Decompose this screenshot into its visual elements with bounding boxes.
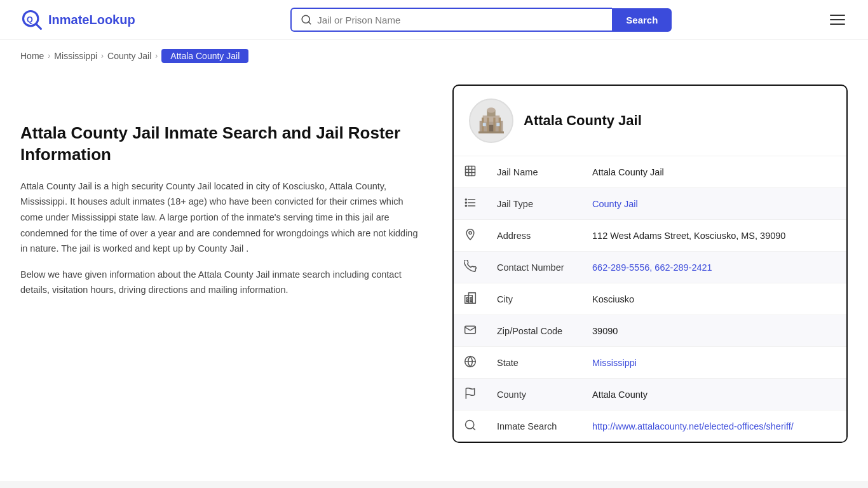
table-row: Zip/Postal Code39090: [454, 315, 846, 347]
svg-line-37: [473, 428, 475, 430]
jail-card-header: Attala County Jail: [454, 86, 846, 156]
search-button[interactable]: Search: [612, 8, 672, 32]
jail-building-icon: [475, 105, 507, 137]
description-paragraph-2: Below we have given information about th…: [20, 267, 427, 298]
row-label: County: [487, 379, 582, 410]
svg-rect-18: [466, 166, 475, 176]
row-label: Contact Number: [487, 252, 582, 283]
row-value: Attala County Jail: [582, 156, 846, 188]
row-label: Jail Type: [487, 188, 582, 220]
breadcrumb-sep-1: ›: [48, 51, 50, 60]
row-value[interactable]: County Jail: [582, 188, 846, 220]
row-icon-building: [454, 156, 487, 188]
menu-button[interactable]: [827, 12, 848, 27]
svg-line-4: [309, 22, 311, 24]
svg-rect-28: [466, 297, 468, 299]
menu-line-2: [830, 19, 845, 20]
description-paragraph-1: Attala County Jail is a high security Co…: [20, 179, 427, 257]
svg-text:Q: Q: [27, 15, 33, 24]
row-icon-phone: [454, 252, 487, 283]
page-title: Attala County Jail Inmate Search and Jai…: [20, 123, 427, 166]
footer: [0, 481, 868, 488]
breadcrumb-county-jail[interactable]: County Jail: [107, 51, 151, 61]
breadcrumb-home[interactable]: Home: [20, 51, 44, 61]
main-content: Attala County Jail Inmate Search and Jai…: [0, 72, 868, 468]
search-input[interactable]: [317, 15, 603, 25]
breadcrumb-sep-3: ›: [155, 51, 158, 60]
search-input-wrapper: [290, 8, 612, 32]
svg-point-23: [465, 202, 466, 203]
row-icon-search: [454, 410, 487, 442]
row-icon-pin: [454, 220, 487, 252]
svg-rect-10: [487, 118, 489, 132]
table-row: Inmate Searchhttp://www.attalacounty.net…: [454, 410, 846, 442]
table-row: StateMississippi: [454, 347, 846, 379]
jail-card: Attala County Jail Jail NameAttala Count…: [452, 85, 848, 443]
row-label: Zip/Postal Code: [487, 315, 582, 347]
table-row: Contact Number662-289-5556, 662-289-2421: [454, 252, 846, 283]
row-value[interactable]: Mississippi: [582, 347, 846, 379]
row-value: 112 West Adams Street, Kosciusko, MS, 39…: [582, 220, 846, 252]
svg-rect-29: [470, 297, 472, 299]
jail-card-title: Attala County Jail: [524, 112, 642, 129]
table-row: CountyAttala County: [454, 379, 846, 410]
table-row: CityKosciusko: [454, 283, 846, 315]
row-icon-list: [454, 188, 487, 220]
row-label: State: [487, 347, 582, 379]
site-header: Q InmateLookup Search: [0, 0, 868, 40]
jail-info-table: Jail NameAttala County JailJail TypeCoun…: [454, 156, 846, 442]
svg-line-1: [36, 24, 41, 29]
logo-text: InmateLookup: [48, 13, 135, 27]
logo-icon: Q: [20, 8, 43, 31]
svg-point-22: [465, 199, 466, 200]
svg-point-25: [469, 231, 471, 234]
row-value: Kosciusko: [582, 283, 846, 315]
svg-rect-31: [466, 300, 468, 302]
left-column: Attala County Jail Inmate Search and Jai…: [20, 85, 427, 443]
row-value[interactable]: 662-289-5556, 662-289-2421: [582, 252, 846, 283]
site-logo[interactable]: Q InmateLookup: [20, 8, 135, 31]
row-label: City: [487, 283, 582, 315]
breadcrumb-mississippi[interactable]: Mississippi: [54, 51, 97, 61]
svg-rect-14: [483, 123, 486, 126]
row-value: 39090: [582, 315, 846, 347]
table-row: Jail TypeCounty Jail: [454, 188, 846, 220]
svg-point-17: [487, 107, 495, 112]
row-icon-mail: [454, 315, 487, 347]
svg-rect-30: [470, 300, 472, 302]
row-icon-city: [454, 283, 487, 315]
menu-line-3: [830, 24, 845, 25]
breadcrumb-current: Attala County Jail: [161, 49, 248, 63]
svg-rect-13: [489, 125, 494, 133]
menu-line-1: [830, 15, 845, 16]
breadcrumb-sep-2: ›: [101, 51, 104, 60]
row-label: Address: [487, 220, 582, 252]
right-column: Attala County Jail Jail NameAttala Count…: [452, 85, 848, 443]
search-bar: Search: [290, 8, 672, 32]
row-icon-globe: [454, 347, 487, 379]
breadcrumb: Home › Mississippi › County Jail › Attal…: [0, 40, 868, 72]
svg-rect-11: [493, 118, 495, 132]
svg-point-24: [465, 205, 466, 207]
table-row: Jail NameAttala County Jail: [454, 156, 846, 188]
row-value[interactable]: http://www.attalacounty.net/elected-offi…: [582, 410, 846, 442]
row-value: Attala County: [582, 379, 846, 410]
row-icon-flag: [454, 379, 487, 410]
svg-rect-15: [496, 123, 499, 126]
svg-rect-16: [478, 132, 504, 133]
row-label: Jail Name: [487, 156, 582, 188]
search-icon: [301, 14, 312, 25]
table-row: Address112 West Adams Street, Kosciusko,…: [454, 220, 846, 252]
row-label: Inmate Search: [487, 410, 582, 442]
jail-avatar: [469, 98, 513, 143]
